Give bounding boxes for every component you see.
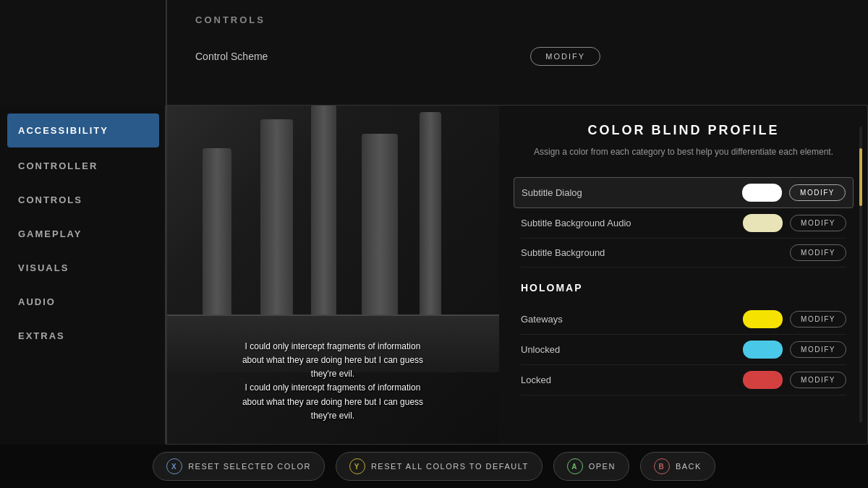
subtitle-bg-audio-modify-button[interactable]: MODIFY bbox=[790, 215, 846, 231]
subtitle-bg-audio-label: Subtitle Background Audio bbox=[521, 218, 631, 228]
unlocked-right: MODIFY bbox=[743, 341, 846, 359]
subtitle-dialog-row[interactable]: Subtitle Dialog MODIFY bbox=[514, 177, 854, 208]
panel-title: COLOR BLIND PROFILE bbox=[521, 123, 846, 138]
settings-panel: COLOR BLIND PROFILE Assign a color from … bbox=[499, 105, 868, 445]
pillar-1 bbox=[260, 119, 293, 322]
sidebar-item-visuals[interactable]: VISUALS bbox=[0, 251, 166, 285]
subtitle-bg-modify-button[interactable]: MODIFY bbox=[790, 244, 846, 261]
subtitle-dialog-label: Subtitle Dialog bbox=[522, 187, 582, 198]
open-button[interactable]: A OPEN bbox=[553, 452, 629, 481]
locked-swatch bbox=[743, 371, 783, 389]
sidebar-item-accessibility[interactable]: ACCESSIBILITY bbox=[7, 114, 159, 147]
unlocked-label: Unlocked bbox=[521, 344, 560, 355]
x-button-icon: X bbox=[166, 458, 182, 474]
subtitle-bg-label: Subtitle Background bbox=[521, 247, 605, 258]
bottom-bar: X RESET SELECTED COLOR Y RESET ALL COLOR… bbox=[0, 445, 868, 488]
scene-background: I could only intercept fragments of info… bbox=[166, 105, 499, 445]
divider-line bbox=[166, 0, 167, 488]
reset-all-button[interactable]: Y RESET ALL COLORS TO DEFAULT bbox=[336, 452, 542, 481]
preview-panel: I could only intercept fragments of info… bbox=[166, 105, 499, 445]
gateways-label: Gateways bbox=[521, 314, 563, 325]
subtitle-line-3: they're evil. bbox=[188, 367, 477, 381]
locked-modify-button[interactable]: MODIFY bbox=[790, 372, 846, 388]
pillar-3 bbox=[362, 134, 398, 322]
locked-right: MODIFY bbox=[743, 371, 846, 389]
subtitle-line-2: about what they are doing here but I can… bbox=[188, 354, 477, 367]
back-button[interactable]: B BACK bbox=[640, 452, 715, 481]
locked-label: Locked bbox=[521, 374, 551, 385]
subtitle-dialog-modify-button[interactable]: MODIFY bbox=[789, 184, 846, 201]
subtitle-line-5: about what they are doing here but I can… bbox=[188, 395, 477, 409]
unlocked-modify-button[interactable]: MODIFY bbox=[790, 341, 846, 358]
control-scheme-label: Control Scheme bbox=[195, 51, 268, 62]
sidebar-item-audio[interactable]: AUDIO bbox=[0, 285, 166, 319]
reset-all-label: RESET ALL COLORS TO DEFAULT bbox=[371, 462, 529, 471]
subtitle-line-1: I could only intercept fragments of info… bbox=[188, 340, 477, 354]
control-scheme-modify-button[interactable]: MODIFY bbox=[530, 47, 600, 66]
gateways-right: MODIFY bbox=[743, 310, 846, 328]
a-button-icon: A bbox=[567, 458, 583, 474]
scrollbar-thumb bbox=[859, 148, 862, 206]
sidebar-item-extras[interactable]: EXTRAS bbox=[0, 319, 166, 353]
control-scheme-row: Control Scheme MODIFY bbox=[195, 47, 600, 66]
subtitle-line-6: they're evil. bbox=[188, 409, 477, 423]
gateways-modify-button[interactable]: MODIFY bbox=[790, 311, 846, 328]
pillar-4 bbox=[420, 112, 441, 329]
gateways-row[interactable]: Gateways MODIFY bbox=[521, 304, 846, 335]
y-button-icon: Y bbox=[349, 458, 365, 474]
sidebar-item-controls[interactable]: CONTROLS bbox=[0, 183, 166, 217]
subtitle-line-4: I could only intercept fragments of info… bbox=[188, 381, 477, 395]
subtitle-bg-row[interactable]: Subtitle Background MODIFY bbox=[521, 239, 846, 267]
unlocked-swatch bbox=[743, 341, 783, 359]
reset-selected-label: RESET SELECTED COLOR bbox=[188, 462, 311, 471]
controls-title: CONTROLS bbox=[195, 14, 265, 25]
main-content: I could only intercept fragments of info… bbox=[166, 105, 868, 445]
pillar-2 bbox=[311, 105, 336, 336]
b-button-icon: B bbox=[654, 458, 670, 474]
subtitle-bg-audio-right: MODIFY bbox=[743, 214, 846, 232]
subtitle-dialog-swatch bbox=[742, 184, 782, 202]
unlocked-row[interactable]: Unlocked MODIFY bbox=[521, 335, 846, 365]
holomap-section-header: HOLOMAP bbox=[521, 282, 846, 294]
pillar-5 bbox=[203, 148, 231, 322]
gateways-swatch bbox=[743, 310, 783, 328]
subtitle-text-box: I could only intercept fragments of info… bbox=[188, 340, 477, 423]
subtitle-bg-audio-row[interactable]: Subtitle Background Audio MODIFY bbox=[521, 208, 846, 239]
scrollbar[interactable] bbox=[859, 127, 862, 423]
open-label: OPEN bbox=[589, 462, 616, 471]
subtitle-bg-right: MODIFY bbox=[790, 244, 846, 261]
sidebar: ACCESSIBILITY CONTROLLER CONTROLS GAMEPL… bbox=[0, 105, 166, 488]
locked-row[interactable]: Locked MODIFY bbox=[521, 365, 846, 395]
back-label: BACK bbox=[676, 462, 702, 471]
reset-selected-button[interactable]: X RESET SELECTED COLOR bbox=[153, 452, 325, 481]
subtitle-bg-audio-swatch bbox=[743, 214, 783, 232]
subtitle-dialog-right: MODIFY bbox=[742, 184, 846, 202]
top-bar: CONTROLS Control Scheme MODIFY bbox=[0, 0, 868, 105]
sidebar-item-gameplay[interactable]: GAMEPLAY bbox=[0, 217, 166, 251]
panel-subtitle: Assign a color from each category to bes… bbox=[521, 145, 846, 159]
sidebar-item-controller[interactable]: CONTROLLER bbox=[0, 149, 166, 183]
